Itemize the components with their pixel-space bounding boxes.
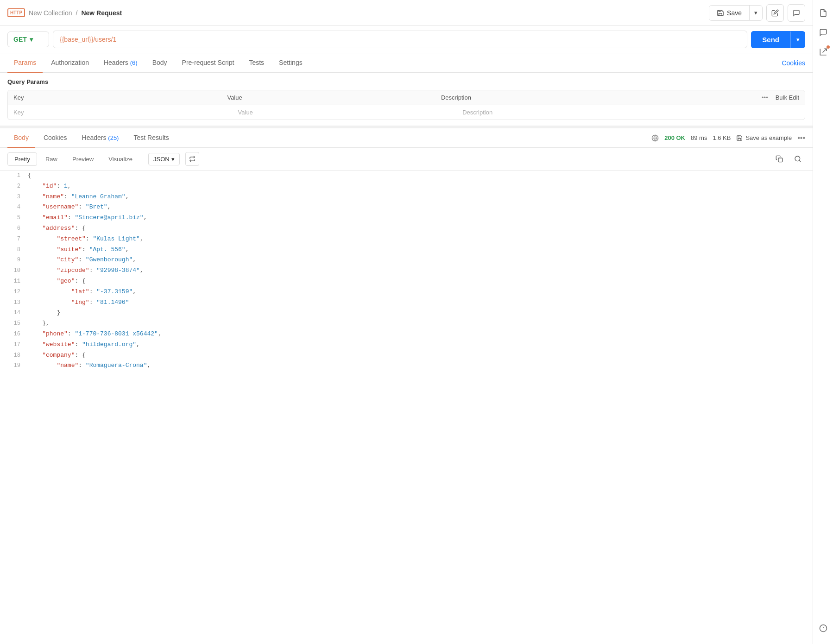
wrap-button[interactable]	[185, 152, 199, 166]
save-label: Save	[727, 9, 742, 17]
col-desc-header: Description	[441, 94, 762, 101]
params-table: Key Value Description ••• Bulk Edit Key …	[7, 90, 805, 120]
sidebar-doc-icon[interactable]	[815, 5, 832, 21]
http-badge: HTTP	[7, 8, 25, 17]
tab-params[interactable]: Params	[7, 53, 43, 73]
format-actions	[772, 152, 805, 166]
key-placeholder[interactable]: Key	[13, 109, 238, 116]
comment-icon	[793, 9, 800, 17]
tab-settings[interactable]: Settings	[272, 53, 309, 73]
response-meta: 200 OK 89 ms 1.6 KB Save as example •••	[651, 134, 805, 142]
json-line: 15 },	[0, 318, 813, 329]
format-tab-preview[interactable]: Preview	[66, 153, 100, 165]
json-line: 13 "lng": "81.1496"	[0, 297, 813, 308]
sidebar-comment-icon[interactable]	[815, 24, 832, 41]
value-placeholder[interactable]: Value	[238, 109, 463, 116]
save-button-group: Save ▾	[709, 5, 763, 21]
status-code: 200 OK	[664, 134, 685, 141]
save-example-icon	[736, 135, 743, 141]
url-bar: GET ▾ Send ▾	[0, 26, 813, 53]
headers-badge: (6)	[130, 59, 138, 66]
response-section: Body Cookies Headers (25) Test Results 2…	[0, 126, 813, 371]
tab-response-headers[interactable]: Headers (25)	[76, 128, 126, 148]
json-line: 12 "lat": "-37.3159",	[0, 287, 813, 297]
response-tabs: Body Cookies Headers (25) Test Results 2…	[0, 128, 813, 148]
tab-response-cookies[interactable]: Cookies	[37, 128, 74, 148]
edit-button[interactable]	[766, 4, 784, 22]
json-line: 11 "geo": {	[0, 276, 813, 287]
send-button[interactable]: Send	[751, 31, 790, 48]
search-icon	[794, 155, 801, 163]
query-params-title: Query Params	[7, 78, 805, 85]
svg-point-3	[795, 156, 800, 161]
json-line: 9 "city": "Gwenborough",	[0, 255, 813, 265]
tab-response-body[interactable]: Body	[7, 128, 35, 148]
json-line: 1 {	[0, 170, 813, 181]
top-bar-left: HTTP New Collection / New Request	[7, 8, 122, 17]
method-selector[interactable]: GET ▾	[7, 32, 49, 47]
send-button-group: Send ▾	[751, 31, 805, 48]
response-headers-badge: (25)	[108, 134, 119, 141]
json-line: 4 "username": "Bret",	[0, 202, 813, 213]
params-more-icon[interactable]: •••	[762, 94, 768, 101]
save-icon	[717, 9, 724, 17]
format-tab-pretty[interactable]: Pretty	[7, 152, 37, 166]
copy-icon	[776, 155, 783, 163]
save-dropdown-button[interactable]: ▾	[749, 6, 762, 20]
col-key-header: Key	[13, 94, 227, 101]
top-bar-right: Save ▾	[709, 4, 805, 22]
format-type-value: JSON	[153, 156, 170, 163]
tab-authorization[interactable]: Authorization	[44, 53, 95, 73]
col-value-header: Value	[227, 94, 441, 101]
json-line: 8 "suite": "Apt. 556",	[0, 245, 813, 255]
format-chevron-icon: ▾	[171, 156, 175, 163]
response-more-button[interactable]: •••	[797, 134, 805, 142]
params-placeholder-row: Key Value Description	[8, 105, 805, 120]
save-example-button[interactable]: Save as example	[736, 134, 792, 141]
tab-headers[interactable]: Headers (6)	[97, 53, 144, 73]
copy-button[interactable]	[772, 152, 787, 166]
tab-body[interactable]: Body	[146, 53, 174, 73]
json-line: 19 "name": "Romaguera-Crona",	[0, 360, 813, 371]
json-line: 17 "website": "hildegard.org",	[0, 340, 813, 350]
breadcrumb-collection[interactable]: New Collection	[29, 9, 72, 17]
json-line: 14 }	[0, 308, 813, 318]
save-example-label: Save as example	[745, 134, 792, 141]
top-bar: HTTP New Collection / New Request Save ▾	[0, 0, 813, 26]
svg-rect-2	[778, 158, 783, 162]
params-header: Key Value Description ••• Bulk Edit	[8, 90, 805, 105]
format-row: Pretty Raw Preview Visualize JSON ▾	[0, 148, 813, 170]
save-button[interactable]: Save	[709, 6, 749, 20]
response-time: 89 ms	[691, 134, 707, 141]
query-params-section: Query Params Key Value Description ••• B…	[0, 73, 813, 126]
format-tab-raw[interactable]: Raw	[39, 153, 64, 165]
json-viewer: 1 { 2 "id": 1, 3 "name": "Leanne Graham"…	[0, 170, 813, 371]
json-line: 10 "zipcode": "92998-3874",	[0, 265, 813, 276]
json-line: 18 "company": {	[0, 350, 813, 361]
wrap-icon	[189, 156, 196, 162]
tab-pre-request[interactable]: Pre-request Script	[176, 53, 241, 73]
method-value: GET	[13, 36, 27, 43]
desc-placeholder[interactable]: Description	[462, 109, 799, 116]
method-chevron-icon: ▾	[30, 36, 33, 43]
format-tab-visualize[interactable]: Visualize	[102, 153, 139, 165]
search-button[interactable]	[790, 152, 805, 166]
breadcrumb-request: New Request	[81, 9, 122, 17]
svg-line-4	[799, 160, 801, 162]
json-line: 7 "street": "Kulas Light",	[0, 234, 813, 245]
bulk-edit-button[interactable]: Bulk Edit	[776, 94, 799, 101]
format-type-select[interactable]: JSON ▾	[148, 153, 180, 165]
json-line: 3 "name": "Leanne Graham",	[0, 192, 813, 202]
json-line: 16 "phone": "1-770-736-8031 x56442",	[0, 329, 813, 340]
tab-tests[interactable]: Tests	[242, 53, 271, 73]
breadcrumb-separator: /	[76, 9, 77, 17]
json-line: 2 "id": 1,	[0, 181, 813, 192]
url-input[interactable]	[53, 31, 747, 48]
json-line: 5 "email": "Sincere@april.biz",	[0, 213, 813, 223]
cookies-link[interactable]: Cookies	[782, 59, 805, 67]
sidebar-redirect-icon[interactable]	[815, 44, 832, 60]
comment-button[interactable]	[788, 4, 805, 22]
send-dropdown-button[interactable]: ▾	[790, 32, 805, 48]
globe-icon	[651, 134, 659, 142]
tab-test-results[interactable]: Test Results	[127, 128, 175, 148]
